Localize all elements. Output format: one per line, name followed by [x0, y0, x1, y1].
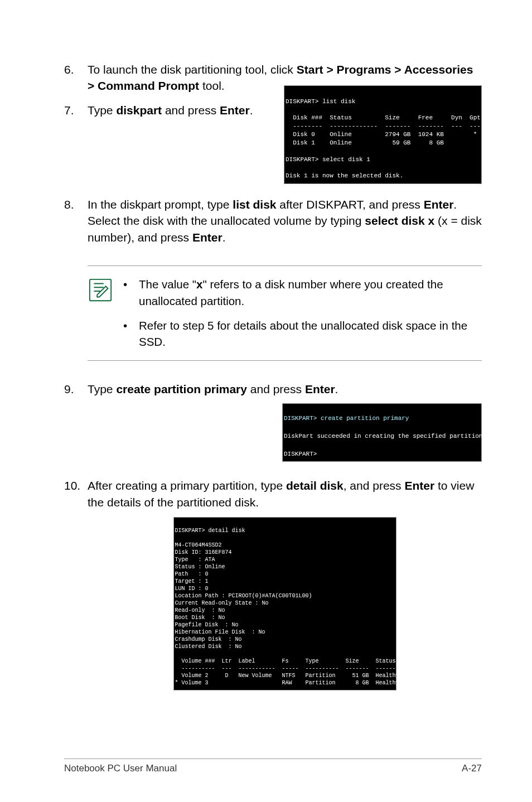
term-line: Location Path : PCIROOT(0)#ATA(C00T01L00… [175, 593, 312, 599]
text: , and press [344, 479, 405, 492]
note-icon [88, 276, 123, 350]
bold: Enter [404, 479, 434, 492]
bold: Enter [192, 231, 223, 244]
page-footer: Notebook PC User Manual A-27 [64, 758, 482, 774]
term-line: Disk 1 Online 59 GB 8 GB [286, 139, 444, 146]
note-items: • The value "x" refers to a disk number … [123, 276, 482, 350]
text: and press [247, 383, 305, 395]
text: Type [88, 383, 116, 395]
step-9: 9. Type create partition primary and pre… [64, 381, 482, 462]
term-line: Disk 0 Online 2794 GB 1024 KB * [286, 131, 477, 138]
term-line: Crashdump Disk : No [175, 636, 242, 642]
term-line: DISKPART> detail disk [175, 528, 245, 534]
svg-rect-0 [90, 279, 111, 301]
step-text: Type create partition primary and press … [88, 381, 482, 462]
text: After creating a primary partition, type [88, 479, 286, 492]
bold: Enter [424, 198, 454, 211]
term-line: Clustered Disk : No [175, 644, 242, 650]
bold: Enter [220, 104, 250, 117]
step-text: After creating a primary partition, type… [88, 477, 482, 690]
term-line: Type : ATA [175, 557, 215, 563]
step-number: 9. [64, 381, 88, 462]
bullet: • [123, 317, 139, 350]
text: Refer to step 5 for details about the un… [139, 317, 482, 350]
step-number: 10. [64, 477, 88, 690]
text: To launch the disk partitioning tool, cl… [88, 63, 297, 76]
term-line: Disk ID: 316EF874 [175, 549, 232, 555]
note-block: • The value "x" refers to a disk number … [88, 265, 482, 361]
terminal-screenshot-2: DISKPART> create partition primary DiskP… [282, 403, 482, 462]
term-line: Target : 1 [175, 578, 209, 584]
footer-left: Notebook PC User Manual [64, 763, 177, 774]
bold: list disk [233, 198, 276, 211]
step-number: 6. [64, 61, 88, 94]
note-item: • The value "x" refers to a disk number … [123, 276, 482, 309]
term-line: M4-CT064M4SSD2 [175, 542, 222, 548]
terminal-screenshot-1: DISKPART> list disk Disk ### Status Size… [284, 85, 482, 184]
term-line: Pagefile Disk : No [175, 622, 239, 628]
bold: create partition primary [116, 383, 247, 395]
bold: select disk x [365, 214, 434, 227]
term-line: Disk 1 is now the selected disk. [286, 172, 403, 179]
step-number: 7. [64, 102, 88, 189]
term-line: Read-only : No [175, 607, 225, 613]
term-line: DISKPART> select disk 1 [286, 156, 370, 163]
text: after DISKPART, and press [277, 198, 424, 211]
bold: x [196, 278, 202, 291]
text: In the diskpart prompt, type [88, 198, 233, 211]
terminal-screenshot-3: DISKPART> detail disk M4-CT064M4SSD2 Dis… [173, 517, 396, 690]
text: . [335, 383, 338, 395]
term-line: LUN ID : 0 [175, 586, 209, 592]
step-text: DISKPART> list disk Disk ### Status Size… [88, 102, 482, 189]
term-line: DISKPART> create partition primary [284, 415, 409, 422]
term-line: Disk ### Status Size Free Dyn Gpt [286, 114, 481, 121]
step-number: 8. [64, 196, 88, 245]
term-line: Boot Disk : No [175, 615, 225, 621]
step-text: In the diskpart prompt, type list disk a… [88, 196, 482, 245]
bullet: • [123, 276, 139, 309]
text: . [250, 104, 253, 117]
term-line: Hibernation File Disk : No [175, 629, 265, 635]
term-line: Current Read-only State : No [175, 600, 269, 606]
term-line: Volume ### Ltr Label Fs Type Size Status… [175, 658, 426, 664]
term-line: -------- ------------- ------- ------- -… [286, 123, 481, 129]
text: tool. [199, 79, 225, 92]
step-7: 7. DISKPART> list disk Disk ### Status S… [64, 102, 482, 189]
text: . [223, 231, 226, 244]
term-line: DISKPART> [284, 451, 317, 457]
note-item: • Refer to step 5 for details about the … [123, 317, 482, 350]
term-line: DISKPART> list disk [286, 98, 355, 105]
term-line: * Volume 3 RAW Partition 8 GB Healthy [175, 680, 399, 686]
terminal-box: DISKPART> list disk Disk ### Status Size… [284, 85, 482, 184]
term-line: Status : Online [175, 564, 225, 570]
text: Type [88, 104, 116, 117]
term-line: DiskPart succeeded in creating the speci… [284, 433, 486, 439]
term-line: ---------- --- ----------- ----- -------… [175, 665, 439, 671]
step-8: 8. In the diskpart prompt, type list dis… [64, 196, 482, 245]
text: The value " [139, 278, 196, 291]
bold: diskpart [116, 104, 162, 117]
text: and press [162, 104, 220, 117]
footer-page-number: A-27 [462, 763, 482, 774]
bold: Enter [305, 383, 335, 395]
term-line: Path : 0 [175, 571, 209, 577]
bold: detail disk [286, 479, 344, 492]
term-line: Volume 2 D New Volume NTFS Partition 51 … [175, 673, 399, 679]
step-10: 10. After creating a primary partition, … [64, 477, 482, 690]
